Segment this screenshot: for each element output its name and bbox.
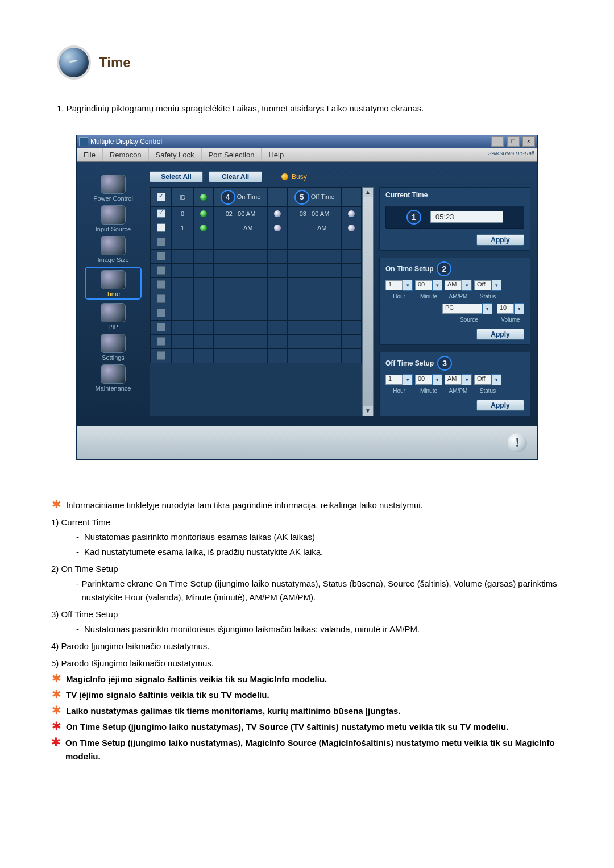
time-section-icon xyxy=(57,45,91,80)
off-time-led-icon xyxy=(348,225,355,231)
sidebar-nav: Power Control Input Source Image Size Ti… xyxy=(77,171,150,416)
scroll-up-icon[interactable]: ▲ xyxy=(363,188,373,197)
time-icon xyxy=(101,270,126,289)
star-icon: ✱ xyxy=(51,688,61,700)
panel-off-time: Off Time Setup3 1▾ 00▾ AM▾ Off▾ HourMinu… xyxy=(379,352,530,416)
nav-maintenance[interactable]: Maintenance xyxy=(88,364,138,392)
section-heading: Time xyxy=(99,55,131,70)
row-checkbox xyxy=(157,323,165,331)
statusbar: ! xyxy=(77,426,537,459)
window-title: Multiple Display Control xyxy=(90,138,162,146)
window-buttons[interactable]: _ □ × xyxy=(490,136,535,147)
intro-text: 1. Pagrindinių piktogramų meniu spragtel… xyxy=(57,102,614,115)
callout-1: 1 xyxy=(406,210,421,225)
current-time-title: Current Time xyxy=(385,191,428,199)
on-hour-input[interactable]: 1▾ xyxy=(385,280,413,291)
status-led-icon xyxy=(200,225,207,231)
table-row[interactable]: 002 : 00 AM03 : 00 AM xyxy=(151,206,362,221)
off-status-select[interactable]: Off▾ xyxy=(474,374,501,385)
scroll-down-icon[interactable]: ▼ xyxy=(363,406,373,416)
table-row[interactable] xyxy=(151,277,362,292)
star-icon: ✱ xyxy=(51,736,61,747)
row-checkbox[interactable] xyxy=(157,209,165,218)
menu-file[interactable]: File xyxy=(77,148,103,161)
col-id: ID xyxy=(172,188,194,206)
row-checkbox xyxy=(157,294,165,303)
table-scrollbar[interactable]: ▲ ▼ xyxy=(362,187,374,416)
on-source-select[interactable]: PC▾ xyxy=(442,303,492,314)
info-icon: ! xyxy=(508,433,527,452)
close-button[interactable]: × xyxy=(522,136,535,147)
callout-5: 5 xyxy=(294,190,309,205)
table-row[interactable] xyxy=(151,263,362,277)
table-row[interactable] xyxy=(151,320,362,334)
col-off-time: 5Off Time xyxy=(288,188,342,206)
off-ampm-select[interactable]: AM▾ xyxy=(445,374,472,385)
table-row[interactable]: 1-- : -- AM-- : -- AM xyxy=(151,221,362,235)
titlebar: Multiple Display Control _ □ × xyxy=(77,135,537,148)
table-row[interactable] xyxy=(151,235,362,249)
on-volume-input[interactable]: 10▾ xyxy=(497,303,524,314)
menu-safety-lock[interactable]: Safety Lock xyxy=(149,148,202,161)
table-row[interactable] xyxy=(151,306,362,320)
on-time-led-icon xyxy=(274,210,281,217)
clear-all-button[interactable]: Clear All xyxy=(209,171,262,182)
maintenance-icon xyxy=(101,364,126,384)
header-checkbox[interactable] xyxy=(157,193,165,201)
body-copy: ✱Informaciniame tinklelyje nurodyta tam … xyxy=(51,499,563,763)
col-on-time: 4On Time xyxy=(214,188,268,206)
nav-pip[interactable]: PIP xyxy=(88,303,138,330)
minimize-button[interactable]: _ xyxy=(491,136,504,147)
busy-dot-icon xyxy=(281,173,288,180)
off-minute-input[interactable]: 00▾ xyxy=(415,374,442,385)
star-icon: ✱ xyxy=(51,499,61,510)
table-row[interactable] xyxy=(151,348,362,363)
menu-help[interactable]: Help xyxy=(262,148,291,161)
menu-port-selection[interactable]: Port Selection xyxy=(202,148,262,161)
status-led-icon xyxy=(200,210,207,217)
off-time-title: Off Time Setup xyxy=(385,359,434,367)
callout-3: 3 xyxy=(437,356,452,371)
off-hour-input[interactable]: 1▾ xyxy=(385,374,413,385)
power-icon xyxy=(101,175,126,194)
apply-on-time-button[interactable]: Apply xyxy=(476,329,524,340)
maximize-button[interactable]: □ xyxy=(507,136,520,147)
table-row[interactable] xyxy=(151,292,362,306)
table-row[interactable] xyxy=(151,334,362,348)
apply-current-time-button[interactable]: Apply xyxy=(476,234,524,246)
nav-input-source[interactable]: Input Source xyxy=(88,205,138,232)
busy-indicator: Busy xyxy=(281,173,307,181)
menu-remocon[interactable]: Remocon xyxy=(103,148,149,161)
mdc-window: Multiple Display Control _ □ × File Remo… xyxy=(76,135,538,460)
star-icon: ✱ xyxy=(51,720,61,732)
nav-power-control[interactable]: Power Control xyxy=(88,175,138,202)
row-checkbox[interactable] xyxy=(157,223,165,232)
col-status-icon xyxy=(194,188,214,206)
nav-settings[interactable]: Settings xyxy=(88,334,138,361)
on-status-select[interactable]: Off▾ xyxy=(474,280,501,291)
display-table: ID 4On Time 5Off Time 002 : 00 AM03 : 00… xyxy=(150,187,362,416)
on-time-led-icon xyxy=(274,225,281,231)
row-checkbox xyxy=(157,238,165,246)
on-minute-input[interactable]: 00▾ xyxy=(415,280,442,291)
brand-label: SAMSUNG DIGITall xyxy=(291,148,537,161)
row-checkbox xyxy=(157,252,165,260)
select-all-button[interactable]: Select All xyxy=(150,171,203,182)
current-time-value[interactable]: 05:23 xyxy=(430,211,503,223)
image-size-icon xyxy=(101,236,126,255)
callout-2: 2 xyxy=(437,261,451,276)
pip-icon xyxy=(101,303,126,322)
apply-off-time-button[interactable]: Apply xyxy=(476,400,524,411)
settings-icon xyxy=(101,334,126,353)
callout-4: 4 xyxy=(221,190,235,205)
table-row[interactable] xyxy=(151,249,362,263)
menubar: File Remocon Safety Lock Port Selection … xyxy=(77,148,537,162)
row-checkbox xyxy=(157,309,165,317)
nav-image-size[interactable]: Image Size xyxy=(88,236,138,263)
row-checkbox xyxy=(157,280,165,289)
on-ampm-select[interactable]: AM▾ xyxy=(445,280,472,291)
star-icon: ✱ xyxy=(51,672,61,684)
app-icon xyxy=(79,137,88,146)
row-checkbox xyxy=(157,266,165,275)
nav-time[interactable]: Time xyxy=(85,267,142,300)
